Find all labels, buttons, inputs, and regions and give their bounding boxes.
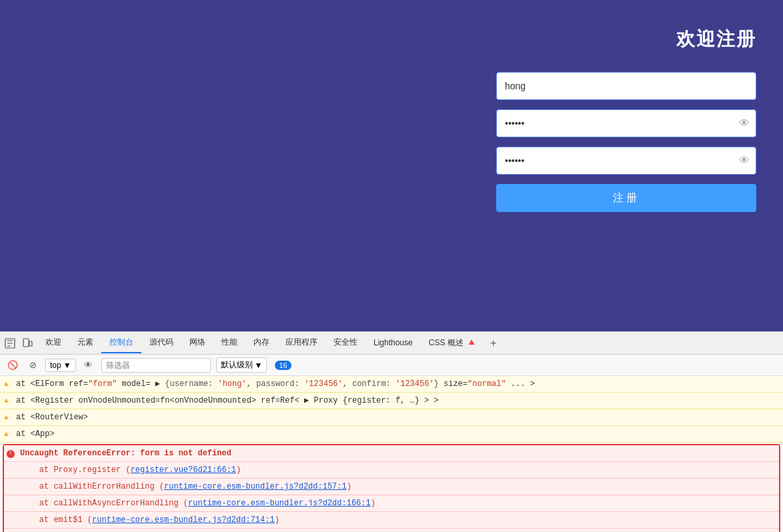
username-input[interactable] [496,72,756,100]
stack-line-2: at callWithErrorHandling (runtime-core.e… [4,479,779,495]
emit-link[interactable]: runtime-core.esm-bundler.js?d2dd:714:1 [92,515,275,525]
devtools-panel: 欢迎 元素 控制台 源代码 网络 性能 内存 应用程序 安全性 Lighthou… [0,331,783,532]
svg-rect-1 [23,339,29,347]
tab-lighthouse[interactable]: Lighthouse [365,334,421,353]
confirm-password-wrapper: 👁 [496,147,756,175]
warning-line-icon2: ▲ [4,395,9,407]
warning-line-icon3: ▲ [4,412,9,423]
tab-console[interactable]: 控制台 [101,333,141,353]
tab-performance[interactable]: 性能 [213,333,245,353]
console-line: ▲ at <RouterView> [0,409,783,426]
tab-sources[interactable]: 源代码 [141,333,181,353]
tab-security[interactable]: 安全性 [325,333,365,353]
warning-line-icon4: ▲ [4,429,9,440]
error-main-line: ! Uncaught ReferenceError: form is not d… [4,445,779,462]
console-filter-input[interactable] [101,358,211,373]
chevron-down-icon: ▼ [63,361,71,370]
context-select[interactable]: top ▼ [45,359,76,372]
call-error-link1[interactable]: runtime-core.esm-bundler.js?d2dd:157:1 [164,482,347,491]
stack-line-4: at emit$1 (runtime-core.esm-bundler.js?d… [4,512,779,529]
password-input[interactable] [496,109,756,137]
confirm-password-input[interactable] [496,147,756,175]
tab-memory[interactable]: 内存 [245,333,277,353]
stack-line-1: at Proxy.register (register.vue?6d21:66:… [4,462,779,479]
console-line: ▲ at <Register onVnodeUnmounted=fn<onVno… [0,393,783,409]
error-count-badge: 16 [275,361,291,370]
register-button[interactable]: 注册 [496,184,756,212]
stack-line-5: at eval (runtime-core.esm-bundler.js?d2d… [4,529,779,532]
devtools-tabbar: 欢迎 元素 控制台 源代码 网络 性能 内存 应用程序 安全性 Lighthou… [0,332,783,355]
warning-icon: 🔺 [466,337,477,347]
error-highlight-box: ! Uncaught ReferenceError: form is not d… [3,444,780,532]
tab-network[interactable]: 网络 [181,333,213,353]
add-tab-button[interactable]: + [485,335,502,352]
tab-application[interactable]: 应用程序 [277,333,325,353]
confirm-eye-icon[interactable]: 👁 [739,155,750,167]
page-title: 欢迎注册 [676,27,756,52]
tab-css-overview[interactable]: CSS 概述 🔺 [421,333,485,354]
tab-welcome[interactable]: 欢迎 [37,333,69,353]
svg-rect-2 [29,341,32,346]
password-eye-icon[interactable]: 👁 [739,117,750,129]
log-level-select[interactable]: 默认级别 ▼ [216,357,267,373]
console-line: ▲ at <App> [0,426,783,443]
password-wrapper: 👁 [496,109,756,137]
register-link[interactable]: register.vue?6d21:66:1 [131,465,236,475]
username-wrapper [496,72,756,100]
tab-elements[interactable]: 元素 [69,333,101,353]
console-line: ▲ at <ElForm ref="form" model= ▶ {userna… [0,376,783,393]
console-output: ▲ at <ElForm ref="form" model= ▶ {userna… [0,376,783,532]
call-async-link1[interactable]: runtime-core.esm-bundler.js?d2dd:166:1 [188,499,371,508]
devtools-toolbar: 🚫 ⊘ top ▼ 👁 默认级别 ▼ 16 [0,355,783,376]
error-triangle-icon: ! [7,448,17,460]
stack-line-3: at callWithAsyncErrorHandling (runtime-c… [4,495,779,512]
clear-console-button[interactable]: 🚫 [5,358,20,373]
chevron-down-icon-level: ▼ [255,361,263,370]
app-background: 欢迎注册 👁 👁 注册 [0,0,783,331]
inspect-icon[interactable] [3,336,17,351]
filter-toggle-button[interactable]: ⊘ [25,358,40,373]
register-form: 👁 👁 注册 [496,72,756,212]
warning-line-icon: ▲ [4,379,9,390]
eye-filter-button[interactable]: 👁 [81,358,96,373]
device-icon[interactable] [20,336,35,351]
